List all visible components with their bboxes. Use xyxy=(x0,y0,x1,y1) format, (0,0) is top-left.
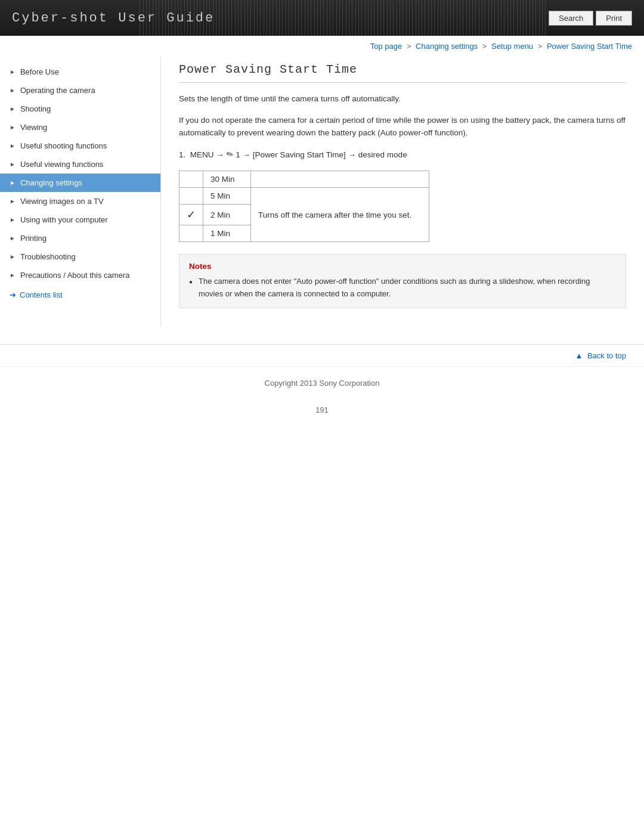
table-cell-label: 30 Min xyxy=(203,171,251,188)
sidebar-item-precautions[interactable]: ► Precautions / About this camera xyxy=(0,266,160,284)
table-row: 30 Min xyxy=(179,171,429,188)
chevron-right-icon: ► xyxy=(10,235,16,241)
page-title: Power Saving Start Time xyxy=(179,63,626,83)
chevron-right-icon: ► xyxy=(10,272,16,278)
table-cell-check: ✓ xyxy=(179,205,203,225)
sidebar-item-useful-shooting[interactable]: ► Useful shooting functions xyxy=(0,137,160,155)
instruction-step: 1. MENU → ✎ 1 → [Power Saving Start Time… xyxy=(179,148,626,162)
main-layout: ► Before Use ► Operating the camera ► Sh… xyxy=(0,57,644,338)
chevron-right-icon: ► xyxy=(10,143,16,149)
notes-item: The camera does not enter "Auto power-of… xyxy=(189,275,616,301)
sidebar-item-useful-viewing[interactable]: ► Useful viewing functions xyxy=(0,155,160,174)
header-decoration xyxy=(137,0,549,36)
sidebar-item-label: Useful viewing functions xyxy=(20,160,103,169)
sidebar-item-label: Changing settings xyxy=(20,178,82,187)
header-buttons: Search Print xyxy=(549,11,632,26)
chevron-right-icon: ► xyxy=(10,161,16,168)
sidebar-item-label: Troubleshooting xyxy=(20,252,76,261)
chevron-right-icon: ► xyxy=(10,179,16,186)
table-cell-desc: Turns off the camera after the time you … xyxy=(251,188,429,242)
sidebar-item-computer[interactable]: ► Using with your computer xyxy=(0,210,160,229)
content-area: Power Saving Start Time Sets the length … xyxy=(161,57,644,326)
description-1: Sets the length of time until the camera… xyxy=(179,92,626,106)
sidebar-item-shooting[interactable]: ► Shooting xyxy=(0,100,160,118)
sidebar-item-label: Viewing xyxy=(20,123,47,132)
sidebar-item-label: Using with your computer xyxy=(20,215,108,224)
search-button[interactable]: Search xyxy=(549,11,593,26)
copyright-text: Copyright 2013 Sony Corporation xyxy=(265,379,380,388)
breadcrumb-setup-menu[interactable]: Setup menu xyxy=(491,42,533,51)
notes-title: Notes xyxy=(189,262,616,271)
sidebar-item-label: Operating the camera xyxy=(20,86,95,95)
table-cell-label: 5 Min xyxy=(203,188,251,205)
header: Cyber-shot User Guide Search Print xyxy=(0,0,644,36)
back-to-top-link[interactable]: ▲ Back to top xyxy=(575,351,626,360)
notes-section: Notes The camera does not enter "Auto po… xyxy=(179,254,626,308)
breadcrumb-current-page[interactable]: Power Saving Start Time xyxy=(547,42,632,51)
table-row: 5 Min Turns off the camera after the tim… xyxy=(179,188,429,205)
sidebar-item-label: Useful shooting functions xyxy=(20,141,107,150)
sidebar-item-label: Precautions / About this camera xyxy=(20,271,130,280)
table-cell-label: 2 Min xyxy=(203,205,251,225)
table-cell-check xyxy=(179,225,203,242)
sidebar-item-label: Viewing images on a TV xyxy=(20,197,104,206)
sidebar: ► Before Use ► Operating the camera ► Sh… xyxy=(0,57,161,326)
sidebar-item-operating[interactable]: ► Operating the camera xyxy=(0,81,160,100)
back-to-top-label: Back to top xyxy=(587,351,626,360)
contents-list-label: Contents list xyxy=(20,290,63,299)
chevron-right-icon: ► xyxy=(10,216,16,223)
sidebar-item-viewing-tv[interactable]: ► Viewing images on a TV xyxy=(0,192,160,210)
breadcrumb-top-page[interactable]: Top page xyxy=(370,42,402,51)
table-cell-label: 1 Min xyxy=(203,225,251,242)
footer: Copyright 2013 Sony Corporation xyxy=(0,366,644,400)
chevron-right-icon: ► xyxy=(10,198,16,205)
chevron-right-icon: ► xyxy=(10,253,16,260)
triangle-up-icon: ▲ xyxy=(575,351,583,360)
chevron-right-icon: ► xyxy=(10,124,16,131)
sidebar-item-label: Shooting xyxy=(20,104,51,113)
breadcrumb: Top page > Changing settings > Setup men… xyxy=(0,36,644,57)
print-button[interactable]: Print xyxy=(596,11,632,26)
sidebar-item-label: Before Use xyxy=(20,67,59,76)
table-cell-check xyxy=(179,171,203,188)
table-cell-desc xyxy=(251,171,429,188)
settings-table: 30 Min 5 Min Turns off the camera after … xyxy=(179,171,429,242)
sidebar-item-viewing[interactable]: ► Viewing xyxy=(0,118,160,137)
sidebar-item-printing[interactable]: ► Printing xyxy=(0,229,160,247)
footer-nav: ▲ Back to top xyxy=(0,344,644,366)
chevron-right-icon: ► xyxy=(10,87,16,94)
breadcrumb-changing-settings[interactable]: Changing settings xyxy=(416,42,478,51)
description-2: If you do not operate the camera for a c… xyxy=(179,114,626,140)
chevron-right-icon: ► xyxy=(10,69,16,75)
arrow-right-icon: ➔ xyxy=(10,290,16,299)
contents-list-link[interactable]: ➔ Contents list xyxy=(0,284,160,305)
sidebar-item-changing-settings[interactable]: ► Changing settings xyxy=(0,174,160,192)
page-number: 191 xyxy=(0,400,644,420)
sidebar-item-label: Printing xyxy=(20,234,47,243)
chevron-right-icon: ► xyxy=(10,106,16,112)
sidebar-item-before-use[interactable]: ► Before Use xyxy=(0,63,160,81)
table-cell-check xyxy=(179,188,203,205)
sidebar-item-troubleshooting[interactable]: ► Troubleshooting xyxy=(0,247,160,266)
